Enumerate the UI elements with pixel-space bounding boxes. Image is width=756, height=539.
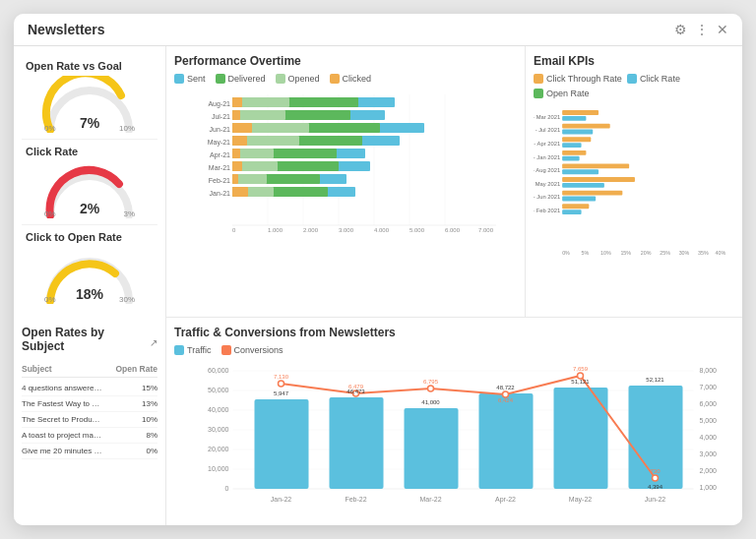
kpi-column: Open Rate vs Goal 7% 0% 10% Click R xyxy=(14,46,166,318)
conversions-dot xyxy=(221,345,231,355)
svg-text:30,000: 30,000 xyxy=(208,426,229,433)
performance-bar-chart: 0 1,000 2,000 3,000 4,000 5,000 6,000 7,… xyxy=(174,90,517,232)
cto-rate-max: 30% xyxy=(119,295,135,304)
svg-text:30%: 30% xyxy=(679,250,690,256)
svg-text:2,000: 2,000 xyxy=(303,227,319,232)
external-link-icon[interactable]: ↗ xyxy=(150,337,158,348)
delivered-label: Delivered xyxy=(228,74,266,84)
svg-rect-78 xyxy=(562,169,598,174)
svg-text:35%: 35% xyxy=(698,250,709,256)
svg-rect-19 xyxy=(232,97,242,107)
or-dot xyxy=(534,89,543,98)
svg-text:7,659: 7,659 xyxy=(573,366,589,372)
svg-rect-80 xyxy=(562,177,635,182)
svg-text:5,000: 5,000 xyxy=(700,417,718,424)
traffic-label: Traffic xyxy=(187,345,212,355)
legend-opened: Opened xyxy=(276,74,320,84)
svg-rect-54 xyxy=(232,187,248,197)
traffic-dot xyxy=(174,345,184,355)
svg-text:0: 0 xyxy=(232,227,236,232)
svg-text:Jul-21: Jul-21 xyxy=(212,113,230,120)
svg-text:15%: 15% xyxy=(620,250,631,256)
svg-text:Apr-21: Apr-21 xyxy=(210,151,230,159)
cto-rate-min: 0% xyxy=(44,295,56,304)
legend-clicked: Clicked xyxy=(330,74,372,84)
svg-text:Newsletter - Feb 2021: Newsletter - Feb 2021 xyxy=(534,208,560,213)
svg-rect-71 xyxy=(562,137,591,142)
svg-rect-69 xyxy=(562,130,593,135)
click-rate-value: 2% xyxy=(80,201,99,216)
click-rate-card: Click Rate 2% 0% 3% xyxy=(22,140,158,225)
svg-text:1,000: 1,000 xyxy=(268,227,284,232)
email-kpis-chart: 0% 5% 10% 15% 20% 25% 30% 35% 40% Newsle… xyxy=(534,104,734,257)
svg-text:Jan-22: Jan-22 xyxy=(271,496,292,503)
row-subject-5: Give me 20 minutes and I'll give you Dat… xyxy=(22,447,103,455)
legend-or: Open Rate xyxy=(534,89,590,98)
row-subject-4: A toast to project management xyxy=(22,431,103,440)
row-rate-1: 15% xyxy=(103,384,158,392)
clicked-dot xyxy=(330,74,340,84)
svg-text:Jun-21: Jun-21 xyxy=(210,126,231,133)
ctr-label: Click Through Rate xyxy=(546,74,622,84)
svg-rect-83 xyxy=(562,191,622,196)
svg-text:10%: 10% xyxy=(600,250,611,256)
open-rate-card: Open Rate vs Goal 7% 0% 10% xyxy=(22,54,158,140)
svg-text:6,424: 6,424 xyxy=(498,397,514,403)
open-rate-min: 0% xyxy=(44,124,56,133)
svg-rect-111 xyxy=(330,397,384,489)
svg-text:52,121: 52,121 xyxy=(646,377,664,383)
svg-text:Aug-21: Aug-21 xyxy=(208,100,230,108)
dashboard-title: Newsletters xyxy=(28,22,105,37)
svg-text:5%: 5% xyxy=(582,250,590,256)
col-rate: Open Rate xyxy=(103,364,158,374)
col-subject: Subject xyxy=(22,364,103,374)
svg-rect-86 xyxy=(562,204,589,209)
svg-text:10,000: 10,000 xyxy=(208,465,229,472)
legend-cr: Click Rate xyxy=(627,74,680,84)
svg-text:4,394: 4,394 xyxy=(648,484,663,490)
svg-text:60,000: 60,000 xyxy=(208,367,229,374)
cto-rate-title: Click to Open Rate xyxy=(26,231,154,243)
cto-rate-gauge: 18% 0% 30% xyxy=(40,247,139,304)
opened-label: Opened xyxy=(288,74,320,84)
more-icon[interactable]: ⋮ xyxy=(695,22,709,37)
svg-rect-110 xyxy=(255,399,309,489)
svg-rect-87 xyxy=(562,210,581,214)
email-kpis-panel: Email KPIs Click Through Rate Click Rate… xyxy=(526,46,742,318)
performance-title: Performance Overtime xyxy=(174,54,517,68)
svg-text:Jun-22: Jun-22 xyxy=(645,496,666,503)
svg-text:Apr-22: Apr-22 xyxy=(495,496,516,504)
svg-text:Feb-21: Feb-21 xyxy=(209,177,230,184)
click-rate-title: Click Rate xyxy=(26,146,154,157)
row-subject-2: The Fastest Way to Productivity xyxy=(22,399,103,408)
legend-ctr: Click Through Rate xyxy=(534,74,622,84)
svg-text:3,000: 3,000 xyxy=(339,227,354,232)
legend-traffic: Traffic xyxy=(174,345,212,355)
legend-sent: Sent xyxy=(174,74,206,84)
click-rate-gauge: 2% 0% 3% xyxy=(40,161,139,218)
settings-icon[interactable]: ⚙ xyxy=(674,22,687,37)
svg-rect-84 xyxy=(562,197,596,202)
svg-rect-44 xyxy=(232,161,242,171)
svg-text:4,000: 4,000 xyxy=(374,227,390,232)
cr-dot xyxy=(627,74,637,84)
row-rate-4: 8% xyxy=(103,431,158,440)
svg-point-127 xyxy=(653,475,659,481)
open-rates-panel: Open Rates by Subject ↗ Subject Open Rat… xyxy=(14,318,166,525)
svg-text:Newsletter - Apr 2021: Newsletter - Apr 2021 xyxy=(534,141,560,147)
open-rate-gauge: 7% 0% 10% xyxy=(40,76,139,133)
svg-point-124 xyxy=(428,386,434,391)
email-kpis-title: Email KPIs xyxy=(534,54,734,68)
close-icon[interactable]: ✕ xyxy=(717,22,728,37)
svg-rect-49 xyxy=(232,174,238,184)
svg-text:5,000: 5,000 xyxy=(410,227,425,232)
table-row: Give me 20 minutes and I'll give you Dat… xyxy=(22,444,158,459)
svg-rect-77 xyxy=(562,164,629,169)
svg-text:1,000: 1,000 xyxy=(700,484,718,491)
click-rate-max: 3% xyxy=(123,210,135,218)
cto-rate-card: Click to Open Rate 18% 0% 30% xyxy=(22,225,158,310)
open-rate-title: Open Rate vs Goal xyxy=(26,60,154,72)
svg-text:6,000: 6,000 xyxy=(445,227,461,232)
ctr-dot xyxy=(534,74,543,84)
window-controls: ⚙ ⋮ ✕ xyxy=(674,22,728,37)
